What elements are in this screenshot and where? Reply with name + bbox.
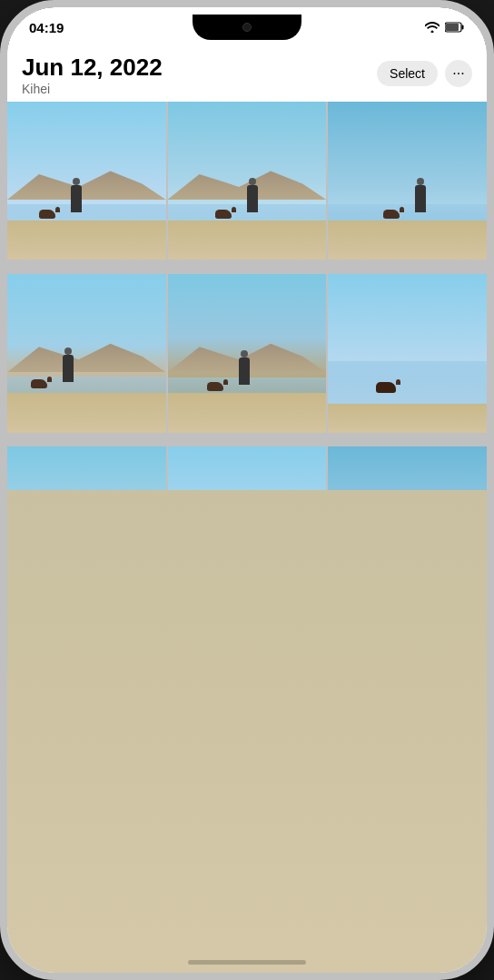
header-date: Jun 12, 2022 <box>22 54 163 81</box>
photo-cell-3[interactable] <box>7 274 166 433</box>
status-bar: 04:19 <box>7 7 487 47</box>
wifi-icon <box>425 22 440 33</box>
photo-cell-4[interactable] <box>168 274 327 433</box>
header-location: Kihei <box>22 82 163 96</box>
time-display: 04:19 <box>29 20 64 35</box>
phone-inner: 04:19 Jun 12, 2 <box>7 7 487 973</box>
header: Jun 12, 2022 Kihei Select ··· <box>7 47 487 102</box>
home-bar <box>188 960 306 965</box>
select-button[interactable]: Select <box>377 61 438 86</box>
battery-icon <box>445 22 465 33</box>
photo-cell-5-highlighted[interactable] <box>328 274 487 433</box>
svg-rect-2 <box>446 24 459 31</box>
notch <box>193 15 301 40</box>
photo-cell-1[interactable] <box>168 102 327 260</box>
more-button[interactable]: ··· <box>445 60 472 87</box>
header-right: Select ··· <box>377 60 472 87</box>
status-icons <box>425 22 465 33</box>
svg-rect-1 <box>462 25 464 30</box>
header-left: Jun 12, 2022 Kihei <box>22 54 163 96</box>
partial-photo-row <box>7 790 487 836</box>
phone-frame: 04:19 Jun 12, 2 <box>0 0 494 980</box>
partial-cell-0[interactable] <box>7 790 166 836</box>
photo-cell-2[interactable] <box>328 102 487 260</box>
screen-content: Jun 12, 2022 Kihei Select ··· <box>7 47 487 973</box>
photo-cell-0[interactable] <box>7 102 166 260</box>
camera-dot <box>242 23 252 32</box>
